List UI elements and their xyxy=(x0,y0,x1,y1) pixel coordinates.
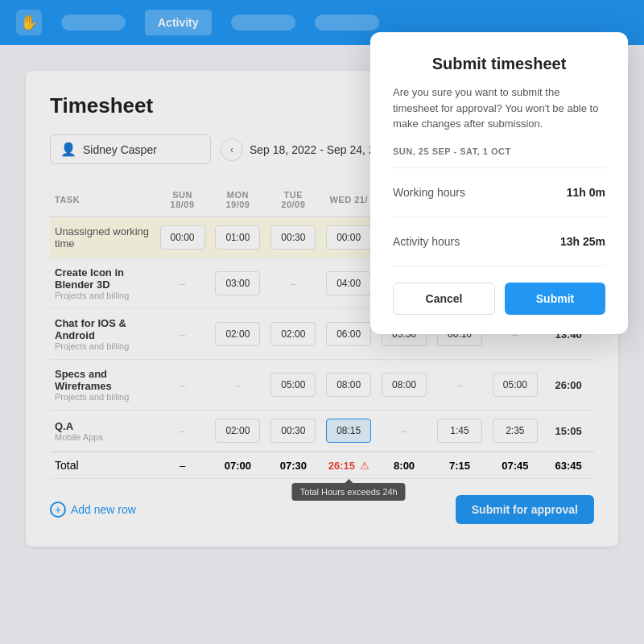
working-hours-value: 11h 0m xyxy=(567,186,605,199)
activity-hours-label: Activity hours xyxy=(393,235,460,248)
modal-submit-button[interactable]: Submit xyxy=(505,283,605,315)
modal-date-range: SUN, 25 SEP - SAT, 1 OCT xyxy=(393,147,605,156)
working-hours-label: Working hours xyxy=(393,186,465,199)
modal-stat-row-2: Activity hours 13h 25m xyxy=(393,225,605,258)
modal-divider-2 xyxy=(393,217,605,217)
modal-divider-3 xyxy=(393,266,605,266)
modal-overlay: Submit timesheet Are you sure you want t… xyxy=(0,0,644,644)
activity-hours-value: 13h 25m xyxy=(560,235,605,248)
modal-description: Are you sure you want to submit the time… xyxy=(393,85,605,132)
modal-cancel-button[interactable]: Cancel xyxy=(393,283,495,315)
modal-actions: Cancel Submit xyxy=(393,283,605,315)
modal-title: Submit timesheet xyxy=(393,55,605,73)
modal-divider xyxy=(393,167,605,168)
modal-stat-row: Working hours 11h 0m xyxy=(393,176,605,208)
submit-timesheet-modal: Submit timesheet Are you sure you want t… xyxy=(370,32,628,334)
